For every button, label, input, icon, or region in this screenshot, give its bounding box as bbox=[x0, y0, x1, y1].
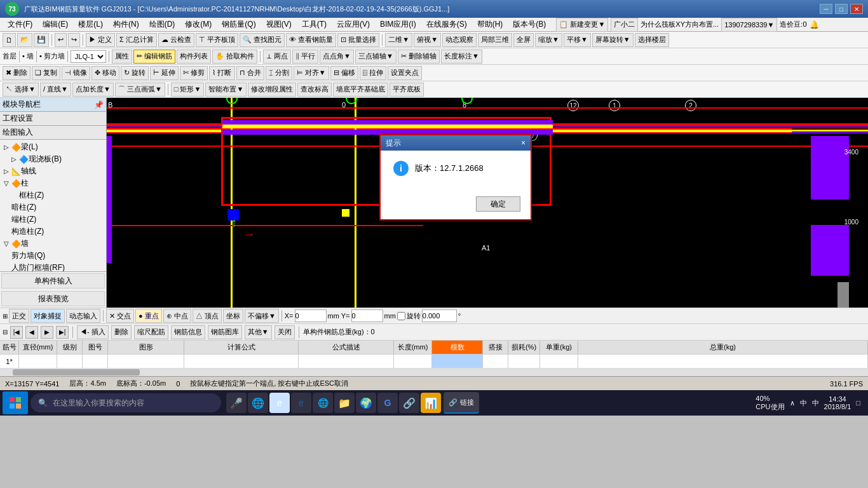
tree-wall[interactable]: ▽ 🔶 墙 bbox=[1, 238, 105, 250]
rect-btn[interactable]: □ 矩形▼ bbox=[171, 83, 205, 97]
edit-rebar-btn[interactable]: ✏ 编辑钢筋 bbox=[133, 50, 175, 64]
draw-input[interactable]: 绘图输入 bbox=[0, 126, 106, 140]
nav-first-btn[interactable]: |◀ bbox=[10, 326, 23, 339]
rotate-screen-btn[interactable]: 屏幕旋转▼ bbox=[592, 33, 634, 47]
tree-struct-col[interactable]: 构造柱(Z) bbox=[1, 226, 105, 238]
menu-edit[interactable]: 编辑(E) bbox=[37, 18, 73, 31]
split-btn[interactable]: ⌶ 分割 bbox=[266, 66, 292, 80]
taskbar-up-arrow[interactable]: ∧ bbox=[790, 399, 795, 407]
sum-btn[interactable]: Σ 汇总计算 bbox=[116, 33, 157, 47]
close-rebar-btn[interactable]: 关闭 bbox=[275, 325, 295, 339]
rotate-input[interactable] bbox=[422, 309, 457, 322]
new-change-btn[interactable]: 📋 新建变更▼ bbox=[556, 18, 608, 32]
pan-btn[interactable]: 平移▼ bbox=[564, 33, 591, 47]
rotate-btn[interactable]: ↻ 旋转 bbox=[121, 66, 149, 80]
toggle-column[interactable]: ▽ bbox=[4, 180, 11, 187]
auto-layout-btn[interactable]: 智能布置▼ bbox=[205, 83, 247, 97]
tree-axis[interactable]: ▷ 📐 轴线 bbox=[1, 165, 105, 177]
toggle-beam[interactable]: ▷ bbox=[4, 144, 11, 151]
cell-count[interactable] bbox=[432, 355, 483, 368]
offset-btn[interactable]: ⊟ 偏移 bbox=[330, 66, 358, 80]
nav-next-btn[interactable]: ▶ bbox=[41, 326, 53, 339]
length-mark-btn[interactable]: 长度标注▼ bbox=[441, 50, 482, 64]
toggle-wall[interactable]: ▽ bbox=[4, 240, 11, 247]
menu-component[interactable]: 构件(N) bbox=[108, 18, 144, 31]
vertex-btn[interactable]: △ 顶点 bbox=[193, 309, 222, 323]
delete-btn[interactable]: ✖ 删除 bbox=[3, 66, 31, 80]
align-btn[interactable]: ⊨ 对齐▼ bbox=[294, 66, 329, 80]
menu-help[interactable]: 帮助(H) bbox=[472, 18, 508, 31]
rebar-lib-btn[interactable]: 钢筋图库 bbox=[208, 325, 242, 339]
del-aux-btn[interactable]: ✂ 删除辅轴 bbox=[398, 50, 440, 64]
batch-select-btn[interactable]: ⊡ 批量选择 bbox=[337, 33, 379, 47]
taskbar-gdlenda-icon[interactable]: 📊 bbox=[421, 393, 441, 413]
select-floor-btn[interactable]: 选择楼层 bbox=[635, 33, 669, 47]
rotate-check[interactable] bbox=[397, 312, 405, 320]
mod-seg-btn[interactable]: 修改增段属性 bbox=[248, 83, 296, 97]
drawing-area[interactable]: B 0 8 12 1 2 0 A1 3400 1000 bbox=[107, 98, 868, 308]
redo-btn[interactable]: ↪ bbox=[68, 33, 80, 47]
midpoint-btn[interactable]: ⊕ 中点 bbox=[163, 309, 191, 323]
menu-bim[interactable]: BIM应用(I) bbox=[375, 18, 421, 31]
tree-frame-col[interactable]: 框柱(Z) bbox=[1, 189, 105, 201]
menu-rebar-qty[interactable]: 钢筋量(Q) bbox=[217, 18, 261, 31]
coord-btn[interactable]: 坐标 bbox=[223, 309, 243, 323]
query-elev-btn[interactable]: 查改标高 bbox=[297, 83, 332, 97]
dynamic-obs-btn[interactable]: 动态观察 bbox=[442, 33, 477, 47]
menu-version[interactable]: 版本号(B) bbox=[508, 18, 551, 31]
comp-list-btn[interactable]: 构件列表 bbox=[177, 50, 211, 64]
y-input[interactable] bbox=[351, 309, 383, 322]
point-len-btn[interactable]: 点加长度▼ bbox=[72, 83, 114, 97]
tree-beam[interactable]: ▷ 🔶 梁(L) bbox=[1, 141, 105, 153]
report-preview-btn[interactable]: 报表预览 bbox=[1, 291, 105, 306]
view-rebar-btn[interactable]: 👁 查看钢筋量 bbox=[286, 33, 336, 47]
ortho-btn[interactable]: 正交 bbox=[9, 309, 29, 323]
start-button[interactable] bbox=[3, 391, 28, 414]
tree-cast-slab[interactable]: ▷ 🔷 现浇板(B) bbox=[1, 153, 105, 165]
top-view-btn[interactable]: 俯视▼ bbox=[414, 33, 441, 47]
undo-btn[interactable]: ↩ bbox=[55, 33, 67, 47]
taskbar-search-box[interactable]: 🔍 在这里输入你要搜索的内容 bbox=[31, 393, 221, 412]
taskbar-folder-icon[interactable]: 📁 bbox=[334, 393, 355, 413]
menu-file[interactable]: 文件(F) bbox=[3, 18, 37, 31]
find-elem-btn[interactable]: 🔍 查找图元 bbox=[240, 33, 285, 47]
set-fixture-btn[interactable]: 设置夹点 bbox=[388, 66, 422, 80]
props-btn[interactable]: 属性 bbox=[112, 50, 132, 64]
dialog-ok-button[interactable]: 确定 bbox=[476, 196, 520, 212]
fullscreen-btn[interactable]: 全屏 bbox=[513, 33, 534, 47]
rebar-insert-btn[interactable]: ◀- 插入 bbox=[77, 325, 109, 339]
snap-btn[interactable]: 对象捕捉 bbox=[31, 309, 65, 323]
no-offset-btn[interactable]: 不偏移▼ bbox=[245, 309, 279, 323]
define-btn[interactable]: ▶ 定义 bbox=[86, 33, 115, 47]
nav-last-btn[interactable]: ▶| bbox=[56, 326, 69, 339]
taskbar-ie3-icon[interactable]: 🌐 bbox=[313, 393, 333, 413]
project-settings[interactable]: 工程设置 bbox=[0, 112, 106, 126]
minimize-button[interactable]: ─ bbox=[820, 4, 832, 14]
three-point-aux-btn[interactable]: 三点辅轴▼ bbox=[355, 50, 397, 64]
local-3d-btn[interactable]: 局部三维 bbox=[478, 33, 512, 47]
tree-hidden-col[interactable]: 暗柱(Z) bbox=[1, 201, 105, 214]
toggle-cast-slab[interactable]: ▷ bbox=[11, 156, 19, 163]
copy-btn[interactable]: ❑ 复制 bbox=[32, 66, 60, 80]
phone-btn[interactable]: 13907298339▼ bbox=[721, 18, 777, 32]
other-btn[interactable]: 其他▼ bbox=[245, 325, 272, 339]
taskbar-ie2-icon[interactable]: e bbox=[291, 393, 311, 413]
trim-btn[interactable]: ✄ 修剪 bbox=[180, 66, 208, 80]
merge-btn[interactable]: ⊓ 合并 bbox=[236, 66, 264, 80]
tree-end-col[interactable]: 端柱(Z) bbox=[1, 214, 105, 226]
notification-icon2[interactable]: □ bbox=[856, 399, 860, 407]
extend-btn[interactable]: ⊢ 延伸 bbox=[150, 66, 179, 80]
x-input[interactable] bbox=[295, 309, 327, 322]
menu-view[interactable]: 视图(V) bbox=[261, 18, 297, 31]
window-controls[interactable]: ─ □ ✕ bbox=[820, 4, 863, 14]
save-btn[interactable]: 💾 bbox=[34, 33, 49, 47]
new-btn[interactable]: 🗋 bbox=[3, 33, 16, 47]
cloud-check-btn[interactable]: ☁ 云检查 bbox=[158, 33, 194, 47]
taskbar-earth-icon[interactable]: 🌍 bbox=[356, 393, 376, 413]
taskbar-network-icon[interactable]: 🌐 bbox=[248, 393, 268, 413]
taskbar-g-icon[interactable]: G bbox=[377, 393, 398, 413]
menu-cloud[interactable]: 云应用(V) bbox=[332, 18, 375, 31]
guangxiao-btn[interactable]: 广小二 bbox=[611, 18, 638, 32]
component-select[interactable]: JLQ-1 bbox=[71, 50, 106, 63]
pick-comp-btn[interactable]: ✋ 拾取构件 bbox=[212, 50, 257, 64]
